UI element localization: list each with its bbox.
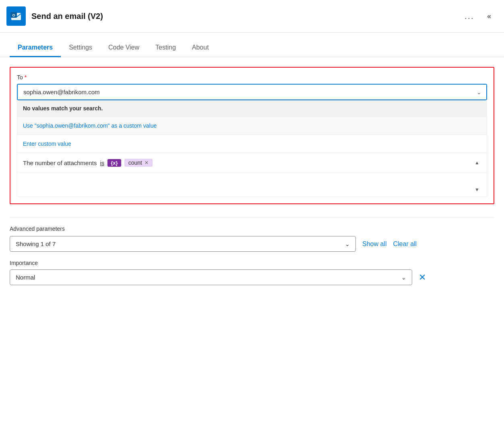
close-icon: ✕ bbox=[419, 272, 426, 282]
importance-field: Normal ⌄ ✕ bbox=[10, 269, 494, 285]
dropdown-panel: No values match your search. Use "sophia… bbox=[17, 100, 487, 197]
importance-value: Normal bbox=[16, 274, 35, 281]
enter-custom-value-link[interactable]: Enter custom value bbox=[17, 135, 487, 153]
to-field-label: To * bbox=[17, 74, 487, 81]
showing-dropdown-chevron-icon: ⌄ bbox=[345, 241, 350, 247]
second-row-area: ▼ bbox=[17, 172, 487, 197]
arrow-up-button[interactable]: ▲ bbox=[473, 159, 481, 166]
main-content: To * ⌄ No values match your search. Use … bbox=[0, 57, 504, 295]
importance-chevron-icon: ⌄ bbox=[401, 274, 406, 281]
use-custom-value-link[interactable]: Use "sophia.owen@fabrikom.com" as a cust… bbox=[17, 117, 487, 135]
attachments-arrows: ▲ bbox=[473, 159, 481, 166]
importance-dropdown[interactable]: Normal ⌄ bbox=[10, 269, 412, 285]
svg-text:O: O bbox=[12, 13, 15, 17]
importance-clear-button[interactable]: ✕ bbox=[417, 271, 428, 284]
advanced-controls: Showing 1 of 7 ⌄ Show all Clear all bbox=[10, 236, 494, 252]
separator bbox=[10, 217, 494, 217]
page-title: Send an email (V2) bbox=[31, 12, 103, 21]
more-button[interactable]: ... bbox=[461, 9, 477, 23]
collapse-button[interactable]: « bbox=[484, 10, 494, 22]
to-input[interactable] bbox=[18, 85, 486, 99]
advanced-parameters-label: Advanced parameters bbox=[10, 226, 494, 232]
show-all-button[interactable]: Show all bbox=[362, 240, 386, 248]
no-values-message: No values match your search. bbox=[17, 100, 487, 116]
attachments-content: The number of attachments is {x} count ✕ bbox=[23, 159, 153, 167]
collapse-icon: « bbox=[487, 12, 491, 21]
tab-code-view[interactable]: Code View bbox=[100, 39, 147, 57]
count-label: count bbox=[128, 159, 142, 166]
tab-bar: Parameters Settings Code View Testing Ab… bbox=[0, 39, 504, 57]
more-icon: ... bbox=[465, 11, 474, 21]
showing-label: Showing 1 of 7 bbox=[16, 240, 56, 247]
tab-settings[interactable]: Settings bbox=[61, 39, 100, 57]
required-star: * bbox=[25, 74, 27, 81]
tab-about[interactable]: About bbox=[184, 39, 217, 57]
importance-section: Importance Normal ⌄ ✕ bbox=[10, 260, 494, 285]
count-token: count ✕ bbox=[124, 159, 153, 167]
arrow-down-button[interactable]: ▼ bbox=[473, 186, 481, 193]
attachments-row: The number of attachments is {x} count ✕… bbox=[17, 153, 487, 172]
importance-label: Importance bbox=[10, 260, 494, 266]
showing-dropdown[interactable]: Showing 1 of 7 ⌄ bbox=[10, 236, 356, 252]
advanced-parameters-section: Advanced parameters Showing 1 of 7 ⌄ Sho… bbox=[10, 226, 494, 285]
attachments-text: The number of attachments bbox=[23, 159, 97, 166]
count-token-remove[interactable]: ✕ bbox=[145, 160, 149, 166]
clear-all-button[interactable]: Clear all bbox=[393, 240, 417, 248]
to-input-wrapper: ⌄ bbox=[17, 84, 487, 100]
to-section: To * ⌄ No values match your search. Use … bbox=[10, 67, 494, 204]
header: O Send an email (V2) ... « bbox=[0, 0, 504, 33]
tab-parameters[interactable]: Parameters bbox=[10, 39, 61, 57]
fx-badge[interactable]: {x} bbox=[107, 159, 121, 167]
header-left: O Send an email (V2) bbox=[6, 6, 103, 26]
header-actions: ... « bbox=[461, 9, 494, 23]
app-icon: O bbox=[6, 6, 26, 26]
tab-testing[interactable]: Testing bbox=[147, 39, 184, 57]
is-text: is bbox=[100, 159, 104, 166]
